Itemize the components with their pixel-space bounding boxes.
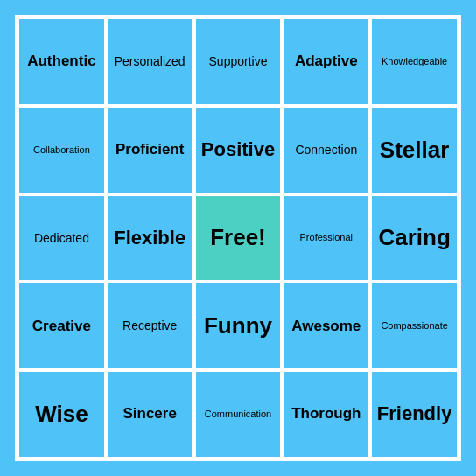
bingo-cell-24[interactable]: Friendly	[370, 370, 458, 458]
cell-label-5: Collaboration	[33, 144, 90, 156]
bingo-cell-18[interactable]: Awesome	[282, 282, 370, 370]
cell-label-11: Flexible	[114, 227, 186, 249]
cell-label-13: Professional	[300, 232, 354, 243]
bingo-cell-9[interactable]: Stellar	[370, 106, 458, 194]
bingo-cell-8[interactable]: Connection	[282, 106, 370, 194]
cell-label-18: Awesome	[291, 318, 360, 335]
bingo-cell-14[interactable]: Caring	[370, 194, 458, 283]
cell-label-16: Receptive	[122, 318, 177, 333]
bingo-cell-5[interactable]: Collaboration	[18, 106, 106, 194]
bingo-cell-4[interactable]: Knowledgeable	[370, 18, 458, 106]
cell-label-8: Connection	[295, 143, 357, 158]
bingo-cell-21[interactable]: Sincere	[106, 370, 194, 458]
bingo-cell-13[interactable]: Professional	[282, 194, 370, 283]
cell-label-24: Friendly	[377, 402, 452, 425]
cell-label-22: Communication	[205, 409, 271, 420]
bingo-cell-3[interactable]: Adaptive	[282, 18, 370, 106]
cell-label-21: Sincere	[122, 405, 176, 423]
cell-label-2: Supportive	[209, 54, 268, 69]
cell-label-20: Wise	[35, 401, 88, 428]
cell-label-1: Personalized	[115, 54, 186, 69]
cell-label-23: Thorough	[291, 405, 360, 423]
cell-label-3: Adaptive	[295, 52, 358, 70]
bingo-board: AuthenticPersonalizedSupportiveAdaptiveK…	[15, 15, 461, 461]
bingo-cell-6[interactable]: Proficient	[106, 106, 194, 194]
cell-label-19: Compassionate	[381, 320, 447, 332]
bingo-cell-17[interactable]: Funny	[194, 282, 283, 370]
cell-label-6: Proficient	[116, 141, 184, 158]
cell-label-17: Funny	[204, 312, 272, 340]
bingo-cell-2[interactable]: Supportive	[194, 18, 283, 106]
cell-label-7: Positive	[201, 138, 275, 161]
cell-label-15: Creative	[32, 318, 91, 335]
cell-label-14: Caring	[378, 224, 450, 251]
bingo-cell-11[interactable]: Flexible	[106, 194, 194, 283]
bingo-cell-16[interactable]: Receptive	[106, 282, 194, 370]
bingo-cell-23[interactable]: Thorough	[282, 370, 370, 458]
bingo-cell-1[interactable]: Personalized	[106, 18, 194, 106]
cell-label-4: Knowledgeable	[382, 56, 447, 67]
bingo-cell-20[interactable]: Wise	[18, 370, 106, 458]
bingo-cell-10[interactable]: Dedicated	[18, 194, 106, 283]
bingo-cell-22[interactable]: Communication	[194, 370, 283, 458]
cell-label-9: Stellar	[380, 136, 450, 164]
bingo-cell-15[interactable]: Creative	[18, 282, 106, 370]
bingo-cell-12[interactable]: Free!	[194, 194, 283, 283]
cell-label-0: Authentic	[27, 52, 95, 70]
bingo-cell-7[interactable]: Positive	[194, 106, 283, 194]
cell-label-10: Dedicated	[34, 231, 89, 246]
bingo-cell-0[interactable]: Authentic	[18, 18, 106, 106]
bingo-cell-19[interactable]: Compassionate	[370, 282, 458, 370]
cell-label-12: Free!	[210, 224, 266, 251]
